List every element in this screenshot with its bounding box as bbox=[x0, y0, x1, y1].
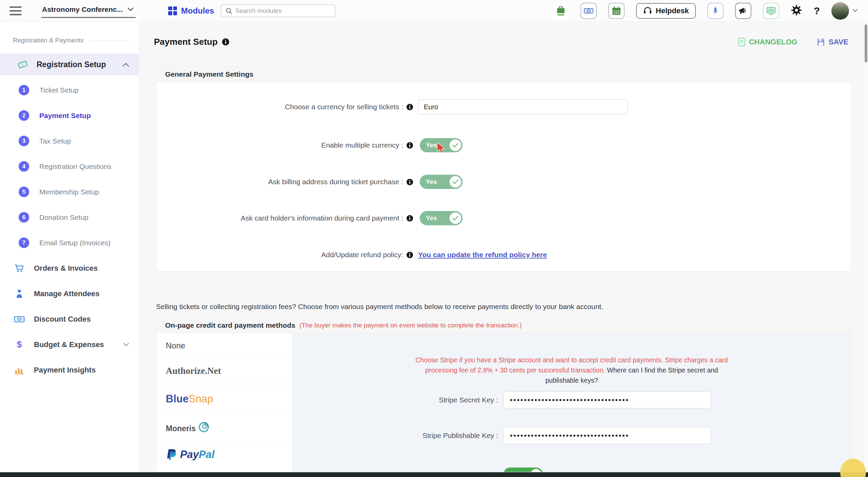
billing-address-row: Ask billing address during ticket purcha… bbox=[156, 174, 851, 189]
sidebar-item-manage-attendees[interactable]: Manage Attendees bbox=[0, 281, 139, 306]
sidebar-item-registration-setup[interactable]: Registration Setup bbox=[0, 54, 139, 75]
megaphone-icon[interactable] bbox=[735, 3, 751, 19]
help-icon[interactable]: ? bbox=[814, 6, 820, 16]
info-icon[interactable] bbox=[406, 142, 413, 149]
bottom-bar bbox=[0, 472, 868, 477]
billing-address-label: Ask billing address during ticket purcha… bbox=[268, 178, 403, 186]
search-icon bbox=[225, 7, 232, 14]
toggle-label: Yes bbox=[426, 214, 437, 222]
section-heading-note: (The buyer makes the payment on event we… bbox=[299, 322, 522, 329]
info-icon[interactable] bbox=[406, 251, 413, 259]
settings-gear-icon[interactable] bbox=[791, 4, 802, 17]
step-number-badge: 4 bbox=[19, 161, 29, 172]
toggle-label: Yes bbox=[426, 178, 437, 186]
search-input[interactable] bbox=[235, 7, 331, 15]
sidebar-item-donation-setup[interactable]: 6 Donation Setup bbox=[0, 205, 139, 230]
stripe-secret-key-row: Stripe Secret Key : bbox=[293, 392, 851, 408]
chevron-down-icon bbox=[127, 7, 134, 12]
moneris-swirl-icon bbox=[196, 420, 211, 435]
multiple-currency-toggle[interactable]: Yes bbox=[420, 138, 462, 152]
rocket-icon[interactable] bbox=[707, 3, 724, 19]
ticket-icon bbox=[18, 60, 28, 69]
module-search bbox=[221, 4, 335, 17]
sidebar-item-membership-setup[interactable]: 5 Membership Setup bbox=[0, 179, 139, 205]
step-number-badge: 1 bbox=[19, 85, 29, 95]
sidebar-item-label: Discount Codes bbox=[34, 315, 129, 324]
multiple-currency-row: Enable multiple currency : Yes bbox=[156, 138, 851, 153]
info-icon[interactable] bbox=[406, 215, 413, 222]
scrollbar-thumb[interactable] bbox=[865, 24, 867, 62]
test-mode-toggle[interactable]: Enabled bbox=[504, 468, 543, 472]
sidebar-item-discount-codes[interactable]: Discount Codes bbox=[0, 306, 139, 332]
sidebar-item-label: Payment Insights bbox=[34, 366, 129, 375]
chevron-up-icon bbox=[122, 62, 129, 67]
changelog-label: CHANGELOG bbox=[749, 38, 797, 46]
sidebar-item-tax-setup[interactable]: 3 Tax Setup bbox=[0, 128, 139, 154]
banknote-icon bbox=[14, 316, 25, 323]
toggle-knob bbox=[450, 176, 461, 188]
step-label: Membership Setup bbox=[39, 188, 99, 196]
method-item-bluesnap[interactable]: BlueSnap bbox=[156, 384, 292, 414]
paypal-logo: PayPal bbox=[180, 449, 215, 461]
card-section-header: General Payment Settings bbox=[156, 67, 851, 82]
hamburger-menu-icon[interactable] bbox=[9, 6, 22, 15]
method-item-moneris[interactable]: Moneris bbox=[156, 414, 292, 444]
person-icon bbox=[14, 289, 25, 299]
multiple-currency-label: Enable multiple currency : bbox=[321, 141, 403, 149]
save-button[interactable]: SAVE bbox=[816, 38, 848, 46]
header-actions: CHANGELOG SAVE bbox=[737, 37, 848, 47]
page-header: Payment Setup CHANGELOG SAVE bbox=[154, 37, 848, 47]
stripe-secret-key-input[interactable] bbox=[504, 392, 711, 408]
page-scrollbar[interactable] bbox=[863, 22, 868, 472]
info-icon[interactable] bbox=[222, 38, 230, 46]
authorize-net-logo: Authorize.Net bbox=[166, 366, 221, 376]
sidebar-item-payment-setup[interactable]: 2 Payment Setup bbox=[0, 103, 139, 128]
billing-address-toggle[interactable]: Yes bbox=[420, 175, 462, 189]
calendar-icon[interactable] bbox=[608, 3, 625, 19]
briefcase-icon[interactable] bbox=[553, 3, 569, 19]
sidebar-item-ticket-setup[interactable]: 1 Ticket Setup bbox=[0, 77, 139, 103]
paypal-mark-icon bbox=[166, 449, 177, 462]
cash-icon[interactable] bbox=[580, 3, 597, 19]
refund-policy-link[interactable]: You can update the refund policy here bbox=[418, 251, 547, 259]
modules-grid-icon bbox=[168, 6, 177, 15]
moneris-logo: Moneris bbox=[166, 424, 196, 433]
method-item-authorize-net[interactable]: Authorize.Net bbox=[156, 358, 292, 384]
dollar-icon: $ bbox=[14, 339, 25, 350]
stripe-publishable-key-input[interactable] bbox=[504, 427, 711, 444]
sidebar-item-registration-questions[interactable]: 4 Registration Questions bbox=[0, 154, 139, 179]
event-selector-dropdown[interactable]: Astronomy Conferenc... bbox=[41, 3, 136, 18]
monitor-icon[interactable] bbox=[763, 3, 779, 19]
helpdesk-label: Helpdesk bbox=[656, 6, 689, 15]
step-label: Payment Setup bbox=[39, 112, 91, 120]
save-label: SAVE bbox=[829, 38, 848, 46]
sidebar-section-header: Registration & Payments bbox=[0, 37, 139, 44]
info-icon[interactable] bbox=[406, 103, 413, 111]
sidebar-item-budget-expenses[interactable]: $ Budget & Expenses bbox=[0, 332, 139, 357]
toggle-label: Yes bbox=[426, 141, 437, 149]
card-section-header: On-page credit card payment methods (The… bbox=[156, 318, 851, 333]
avatar bbox=[831, 2, 849, 20]
stripe-secret-key-label: Stripe Secret Key : bbox=[439, 396, 498, 404]
modules-button[interactable]: Modules bbox=[168, 6, 214, 16]
toggle-knob bbox=[531, 469, 541, 472]
method-item-none[interactable]: None bbox=[156, 333, 292, 358]
helpdesk-button[interactable]: Helpdesk bbox=[636, 3, 696, 19]
cardholder-info-toggle[interactable]: Yes bbox=[420, 211, 462, 225]
step-label: Tax Setup bbox=[39, 137, 71, 145]
method-item-paypal[interactable]: PayPal bbox=[156, 444, 292, 472]
refund-policy-label: Add/Update refund policy: bbox=[321, 251, 403, 259]
changelog-button[interactable]: CHANGELOG bbox=[737, 37, 797, 47]
payment-methods-description: Selling tickets or collecting registrati… bbox=[156, 303, 603, 311]
headset-icon bbox=[643, 6, 652, 16]
sidebar-item-email-setup[interactable]: 7 Email Setup (Invoices) bbox=[0, 230, 139, 255]
currency-input[interactable] bbox=[418, 99, 628, 114]
info-icon[interactable] bbox=[406, 178, 413, 186]
bluesnap-logo: BlueSnap bbox=[166, 393, 213, 405]
sidebar-item-payment-insights[interactable]: Payment Insights bbox=[0, 357, 139, 383]
topbar-actions: Helpdesk ? bbox=[553, 2, 858, 20]
step-number-badge: 3 bbox=[19, 136, 29, 146]
sidebar-item-orders-invoices[interactable]: Orders & Invoices bbox=[0, 255, 139, 281]
user-menu[interactable] bbox=[831, 2, 858, 20]
currency-label: Choose a currency for selling tickets : bbox=[285, 103, 403, 111]
